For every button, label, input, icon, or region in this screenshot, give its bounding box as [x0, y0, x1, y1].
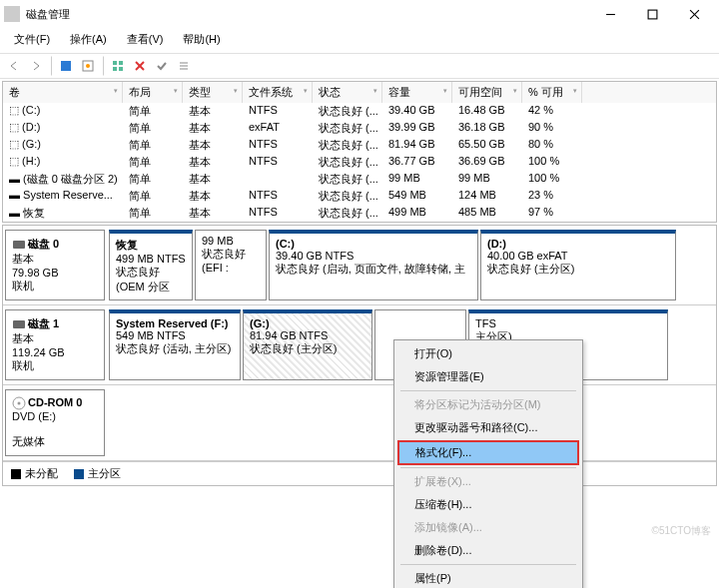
maximize-button[interactable]	[631, 2, 673, 26]
watermark: ©51CTO博客	[652, 524, 711, 538]
ctx-format[interactable]: 格式化(F)...	[397, 440, 579, 465]
window-title: 磁盘管理	[26, 7, 589, 22]
volume-list[interactable]: 卷布局类型文件系统状态容量可用空间% 可用 ⬚ (C:)简单基本NTFS状态良好…	[2, 81, 717, 223]
col-header[interactable]: 容量	[382, 82, 452, 103]
refresh-icon[interactable]	[56, 56, 76, 76]
volume-row[interactable]: ▬ 恢复简单基本NTFS状态良好 (...499 MB485 MB97 %	[3, 205, 716, 222]
ctx-explorer[interactable]: 资源管理器(E)	[396, 365, 580, 388]
col-header[interactable]: % 可用	[522, 82, 582, 103]
menu-view[interactable]: 查看(V)	[123, 30, 168, 49]
titlebar: 磁盘管理	[0, 0, 719, 28]
svg-rect-16	[13, 241, 25, 249]
ctx-addmirror: 添加镜像(A)...	[396, 516, 580, 539]
svg-rect-1	[648, 10, 657, 19]
legend: 未分配 主分区	[3, 461, 716, 485]
legend-unalloc: 未分配	[25, 467, 58, 479]
forward-icon[interactable]	[26, 56, 46, 76]
partition-block[interactable]: (C:)39.40 GB NTFS状态良好 (启动, 页面文件, 故障转储, 主	[269, 230, 478, 300]
ctx-change-letter[interactable]: 更改驱动器号和路径(C)...	[396, 416, 580, 439]
context-menu: 打开(O) 资源管理器(E) 将分区标记为活动分区(M) 更改驱动器号和路径(C…	[393, 339, 583, 588]
ctx-open[interactable]: 打开(O)	[396, 342, 580, 365]
partition-block[interactable]: (G:)81.94 GB NTFS状态良好 (主分区)	[243, 309, 372, 380]
col-header[interactable]: 卷	[3, 82, 123, 103]
partition-block[interactable]: 99 MB状态良好 (EFI :	[195, 230, 267, 300]
back-icon[interactable]	[4, 56, 24, 76]
volume-row[interactable]: ⬚ (G:)简单基本NTFS状态良好 (...81.94 GB65.50 GB8…	[3, 137, 716, 154]
volume-row[interactable]: ▬ (磁盘 0 磁盘分区 2)简单基本状态良好 (...99 MB99 MB10…	[3, 171, 716, 188]
app-icon	[4, 6, 20, 22]
menu-help[interactable]: 帮助(H)	[179, 30, 224, 49]
partition-block[interactable]: System Reserved (F:)549 MB NTFS状态良好 (活动,…	[109, 309, 241, 380]
col-header[interactable]: 可用空间	[452, 82, 522, 103]
delete-icon[interactable]	[130, 56, 150, 76]
disk-icon	[12, 238, 26, 252]
svg-rect-9	[113, 67, 117, 71]
col-header[interactable]: 状态	[313, 82, 382, 103]
col-header[interactable]: 布局	[123, 82, 183, 103]
disk-info[interactable]: 磁盘 1基本119.24 GB联机	[5, 309, 105, 380]
cdrom-icon	[12, 396, 26, 410]
legend-primary: 主分区	[88, 467, 121, 479]
svg-point-6	[86, 64, 90, 68]
disk-graphical-view: 磁盘 0基本79.98 GB联机恢复499 MB NTFS状态良好 (OEM 分…	[2, 225, 717, 486]
partition-block[interactable]: (D:)40.00 GB exFAT状态良好 (主分区)	[480, 230, 676, 300]
close-button[interactable]	[673, 2, 715, 26]
menubar: 文件(F) 操作(A) 查看(V) 帮助(H)	[0, 28, 719, 53]
svg-rect-10	[119, 67, 123, 71]
disk-info[interactable]: CD-ROM 0DVD (E:)无媒体	[5, 389, 105, 456]
toolbar	[0, 53, 719, 79]
props-icon[interactable]	[78, 56, 98, 76]
svg-rect-4	[61, 61, 71, 71]
svg-rect-8	[119, 61, 123, 65]
minimize-button[interactable]	[589, 2, 631, 26]
partition-block[interactable]: 恢复499 MB NTFS状态良好 (OEM 分区	[109, 230, 193, 300]
volume-row[interactable]: ⬚ (C:)简单基本NTFS状态良好 (...39.40 GB16.48 GB4…	[3, 103, 716, 120]
volume-row[interactable]: ▬ System Reserve...简单基本NTFS状态良好 (...549 …	[3, 188, 716, 205]
ctx-properties[interactable]: 属性(P)	[396, 567, 580, 588]
ctx-mark-active: 将分区标记为活动分区(M)	[396, 393, 580, 416]
list-icon[interactable]	[174, 56, 194, 76]
svg-rect-17	[13, 320, 25, 328]
grid-icon[interactable]	[108, 56, 128, 76]
disk-row: 磁盘 0基本79.98 GB联机恢复499 MB NTFS状态良好 (OEM 分…	[3, 226, 716, 305]
menu-action[interactable]: 操作(A)	[66, 30, 111, 49]
ctx-extend: 扩展卷(X)...	[396, 470, 580, 493]
ctx-shrink[interactable]: 压缩卷(H)...	[396, 493, 580, 516]
disk-row: CD-ROM 0DVD (E:)无媒体	[3, 385, 716, 461]
menu-file[interactable]: 文件(F)	[10, 30, 54, 49]
col-header[interactable]: 类型	[183, 82, 243, 103]
svg-rect-7	[113, 61, 117, 65]
volume-row[interactable]: ⬚ (D:)简单基本exFAT状态良好 (...39.99 GB36.18 GB…	[3, 120, 716, 137]
check-icon[interactable]	[152, 56, 172, 76]
volume-row[interactable]: ⬚ (H:)简单基本NTFS状态良好 (...36.77 GB36.69 GB1…	[3, 154, 716, 171]
disk-icon	[12, 317, 26, 331]
svg-point-19	[18, 402, 21, 405]
col-header[interactable]: 文件系统	[243, 82, 313, 103]
disk-row: 磁盘 1基本119.24 GB联机System Reserved (F:)549…	[3, 305, 716, 385]
disk-info[interactable]: 磁盘 0基本79.98 GB联机	[5, 230, 105, 300]
ctx-delete[interactable]: 删除卷(D)...	[396, 539, 580, 562]
